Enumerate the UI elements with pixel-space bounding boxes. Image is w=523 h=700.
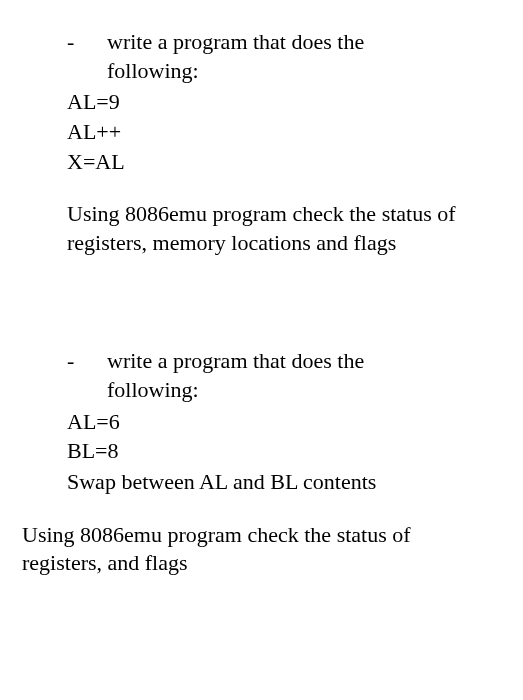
code-line: AL++ — [67, 117, 501, 147]
code-line: X=AL — [67, 147, 501, 177]
exercise-1-prompt: - write a program that does the followin… — [67, 28, 501, 85]
code-line: AL=6 — [67, 407, 501, 437]
prompt-line-2: following: — [107, 377, 199, 402]
exercise-2-code: AL=6 BL=8 — [67, 407, 501, 466]
exercise-2: - write a program that does the followin… — [22, 347, 501, 577]
prompt-line-1: write a program that does the — [107, 29, 364, 54]
exercise-1-prompt-text: write a program that does the following: — [107, 28, 501, 85]
exercise-2-prompt: - write a program that does the followin… — [67, 347, 501, 404]
prompt-line-1: write a program that does the — [107, 348, 364, 373]
exercise-1-code: AL=9 AL++ X=AL — [67, 87, 501, 176]
exercise-2-prompt-text: write a program that does the following: — [107, 347, 501, 404]
code-line: AL=9 — [67, 87, 501, 117]
exercise-1-instruction: Using 8086emu program check the status o… — [67, 200, 501, 257]
bullet-icon: - — [67, 347, 107, 404]
bullet-icon: - — [67, 28, 107, 85]
exercise-1: - write a program that does the followin… — [22, 28, 501, 257]
exercise-2-swap: Swap between AL and BL contents — [67, 468, 501, 497]
code-line: BL=8 — [67, 436, 501, 466]
exercise-2-instruction: Using 8086emu program check the status o… — [22, 521, 501, 578]
prompt-line-2: following: — [107, 58, 199, 83]
